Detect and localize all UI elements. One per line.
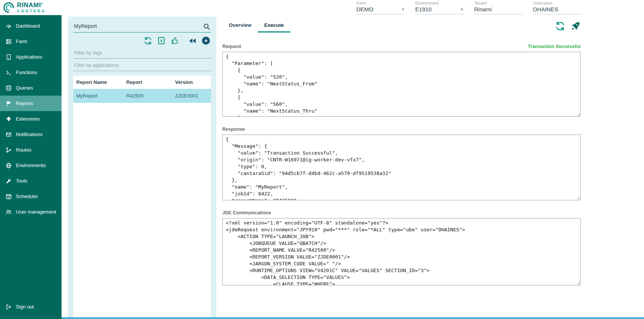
response-json-box[interactable]: { "Message": { "value": "Transaction Suc… (222, 135, 581, 200)
app-root: RINAMI® CANTARA Farm DEMO ▼ Environment … (0, 0, 644, 319)
sidebar-item-label: Extensions (16, 116, 40, 122)
jde-communications-box[interactable]: <?xml version="1.0" encoding="UTF-8" sta… (222, 218, 581, 285)
cell-version: ZJDE0001 (175, 93, 208, 99)
tab-overview[interactable]: Overview (222, 17, 258, 33)
logo-swirl-icon (3, 2, 14, 13)
users-icon (6, 209, 12, 215)
refresh-icon[interactable] (555, 21, 565, 31)
filter-by-tags-input[interactable] (73, 47, 211, 59)
table-body-empty-area (73, 103, 211, 317)
transaction-status-badge: Transaction Successful (528, 44, 581, 49)
sidebar-item-reports[interactable]: Reports (0, 96, 62, 111)
response-section-head: Response (222, 127, 581, 132)
search-icon[interactable] (203, 23, 210, 30)
bottom-accent-bar (62, 317, 644, 319)
tenant-label: Tenant (474, 1, 522, 6)
add-report-icon[interactable]: + (202, 36, 210, 45)
col-report-name: Report Name (76, 79, 126, 85)
envelope-icon (6, 132, 12, 138)
sidebar-item-label: Notifications (16, 132, 43, 137)
extension-icon (6, 116, 12, 122)
username-field[interactable]: Username DHAINES (533, 1, 581, 14)
detail-tabs: Overview Execute (222, 17, 581, 33)
sidebar-item-scheduler[interactable]: Scheduler (0, 189, 62, 204)
pick-report-icon[interactable] (171, 36, 179, 45)
calendar-icon (6, 194, 12, 200)
tab-execute[interactable]: Execute (258, 17, 290, 33)
sidebar-item-routes[interactable]: Routes (0, 142, 62, 158)
sidebar-item-dashboard[interactable]: Dashboard (0, 18, 62, 34)
reports-toolbar: x + (73, 33, 211, 47)
reports-list-panel: x + (68, 17, 216, 317)
export-excel-icon[interactable]: x (157, 36, 166, 45)
sidebar-item-label: Routes (16, 147, 31, 153)
sidebar-item-farm[interactable]: Farm (0, 34, 62, 49)
sidebar-item-tools[interactable]: Tools (0, 173, 62, 189)
table-row[interactable]: MyReport R42500 ZJDE0001 (73, 89, 211, 103)
cell-report: R42500 (126, 93, 175, 99)
sidebar-item-queries[interactable]: Queries (0, 80, 62, 96)
flag-icon (6, 101, 12, 107)
applications-icon (6, 54, 12, 60)
database-icon (6, 85, 12, 91)
tenant-value: Rinami (474, 6, 492, 12)
logo-text: RINAMI® CANTARA (17, 2, 46, 13)
session-fields: Farm DEMO ▼ Environment E1910 ▼ Tenant R… (356, 1, 644, 14)
cell-report-name: MyReport (76, 93, 126, 99)
report-detail-panel: Overview Execute Request Transaction Suc… (216, 15, 644, 317)
request-json-box[interactable]: { "Parameter": [ { "value": "520", "name… (222, 52, 581, 117)
sidebar-item-extensions[interactable]: Extensions (0, 111, 62, 127)
sign-out-label: Sign out (16, 304, 34, 310)
wrench-icon (6, 178, 12, 184)
response-label: Response (222, 127, 245, 132)
branch-icon (6, 147, 12, 153)
sidebar-item-label: Dashboard (16, 23, 40, 29)
environment-select[interactable]: Environment E1910 ▼ (415, 1, 464, 14)
reports-table-header: Report Name Report Version (73, 76, 211, 89)
farm-select[interactable]: Farm DEMO ▼ (356, 1, 405, 14)
tenant-field[interactable]: Tenant Rinami (474, 1, 522, 14)
farm-value: DEMO (356, 6, 373, 12)
sidebar-item-label: Applications (16, 54, 42, 60)
chevron-down-icon: ▼ (401, 8, 405, 11)
dashboard-icon (6, 23, 12, 29)
reports-table: Report Name Report Version MyReport R425… (73, 76, 211, 317)
sign-out-button[interactable]: Sign out (0, 299, 62, 314)
sidebar-item-functions[interactable]: Functions (0, 65, 62, 80)
sidebar-item-label: Scheduler (16, 194, 38, 199)
username-label: Username (533, 1, 581, 6)
filter-by-applications-input[interactable] (73, 59, 211, 71)
sign-out-icon (6, 304, 12, 310)
col-version: Version (175, 79, 208, 85)
request-section-head: Request Transaction Successful (222, 44, 581, 49)
sidebar-item-label: Farm (16, 39, 27, 44)
refresh-list-icon[interactable] (143, 36, 152, 45)
environment-label: Environment (415, 1, 464, 6)
farm-servers-icon (6, 39, 12, 45)
registered-mark: ® (41, 3, 43, 5)
request-label: Request (222, 44, 241, 49)
jde-communications-label: JDE Communications (222, 210, 271, 215)
sidebar-item-label: Queries (16, 85, 33, 91)
sidebar-item-environments[interactable]: Environments (0, 158, 62, 173)
sidebar-item-label: Functions (16, 70, 37, 75)
sidebar-item-label: Tools (16, 178, 27, 184)
username-value: DHAINES (533, 6, 558, 12)
sidebar-item-user-management[interactable]: User management (0, 204, 62, 220)
report-search (73, 20, 211, 33)
sidebar-item-label: Environments (16, 163, 46, 168)
sidebar-nav: Dashboard Farm Applications Functions Qu… (0, 15, 62, 319)
sidebar-item-applications[interactable]: Applications (0, 49, 62, 65)
execute-rocket-icon[interactable] (571, 21, 581, 31)
top-bar: RINAMI® CANTARA Farm DEMO ▼ Environment … (0, 0, 644, 15)
logo-subtitle: CANTARA (17, 9, 46, 13)
plus-glyph: + (202, 37, 210, 45)
report-search-input[interactable] (73, 20, 211, 33)
terminal-icon (6, 70, 12, 76)
sidebar-item-notifications[interactable]: Notifications (0, 127, 62, 142)
brand-logo: RINAMI® CANTARA (3, 2, 63, 13)
chevron-down-icon: ▼ (460, 8, 464, 11)
excel-letter: x (158, 37, 165, 44)
globe-icon (6, 163, 12, 169)
rewind-icon[interactable] (188, 36, 197, 45)
